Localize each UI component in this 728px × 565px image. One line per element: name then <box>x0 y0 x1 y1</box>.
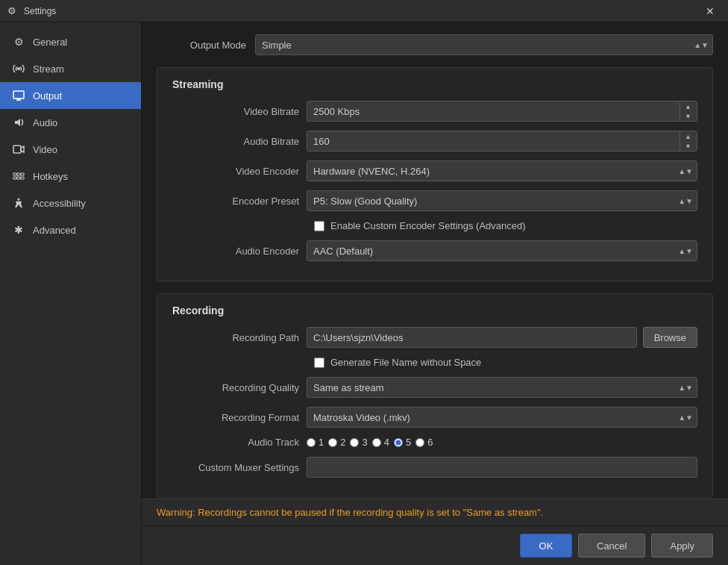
accessibility-icon <box>12 196 25 210</box>
audio-track-5-label: 5 <box>406 437 411 448</box>
audio-track-6-label: 6 <box>427 437 433 448</box>
audio-track-1[interactable]: 1 <box>307 437 324 448</box>
generate-file-label[interactable]: Generate File Name without Space <box>330 357 481 368</box>
audio-icon <box>12 116 25 129</box>
sidebar-item-audio[interactable]: Audio <box>0 109 141 136</box>
custom-muxer-control <box>307 457 697 478</box>
audio-track-6-radio[interactable] <box>415 438 424 447</box>
encoder-preset-select-wrapper: P5: Slow (Good Quality) P1: Fastest P7: … <box>307 190 697 211</box>
audio-track-4-radio[interactable] <box>372 438 381 447</box>
video-bitrate-up[interactable]: ▲ <box>680 102 696 111</box>
warning-text: Warning: Recordings cannot be paused if … <box>157 507 543 518</box>
sidebar-item-video-label: Video <box>33 144 57 155</box>
custom-encoder-label[interactable]: Enable Custom Encoder Settings (Advanced… <box>330 220 526 231</box>
sidebar-item-advanced-label: Advanced <box>33 225 76 236</box>
audio-track-3-label: 3 <box>362 437 367 448</box>
output-mode-select-wrapper: Simple Advanced ▲▼ <box>255 34 713 55</box>
svg-rect-7 <box>17 173 20 175</box>
sidebar-item-audio-label: Audio <box>33 117 57 128</box>
recording-quality-row: Recording Quality Same as stream High Qu… <box>172 377 697 398</box>
recording-path-row: Recording Path Browse <box>172 327 697 348</box>
svg-point-12 <box>18 199 20 201</box>
encoder-preset-select[interactable]: P5: Slow (Good Quality) P1: Fastest P7: … <box>307 190 697 211</box>
audio-track-5-radio[interactable] <box>394 438 403 447</box>
custom-encoder-row: Enable Custom Encoder Settings (Advanced… <box>172 220 697 231</box>
video-bitrate-control: ▲ ▼ <box>307 101 697 122</box>
recording-format-row: Recording Format Matroska Video (.mkv) M… <box>172 407 697 428</box>
generate-file-row: Generate File Name without Space <box>172 357 697 368</box>
content-scroll[interactable]: Output Mode Simple Advanced ▲▼ Streaming… <box>142 22 728 499</box>
video-encoder-row: Video Encoder Hardware (NVENC, H.264) So… <box>172 160 697 181</box>
audio-track-6[interactable]: 6 <box>415 437 433 448</box>
hotkeys-icon <box>12 169 25 183</box>
audio-bitrate-control: ▲ ▼ <box>307 131 697 152</box>
recording-path-input[interactable] <box>307 327 637 348</box>
sidebar-item-video[interactable]: Video <box>0 136 141 163</box>
video-bitrate-down[interactable]: ▼ <box>680 111 696 121</box>
custom-muxer-label: Custom Muxer Settings <box>172 462 299 473</box>
audio-encoder-control: AAC (Default) MP3 ▲▼ <box>307 240 697 261</box>
video-encoder-select-wrapper: Hardware (NVENC, H.264) Software (x264) … <box>307 160 697 181</box>
main-layout: ⚙ General Stream <box>0 22 728 565</box>
custom-muxer-input[interactable] <box>307 457 697 478</box>
video-bitrate-input[interactable] <box>307 101 697 122</box>
audio-bitrate-spin: ▲ ▼ <box>307 131 697 152</box>
audio-track-3[interactable]: 3 <box>350 437 367 448</box>
recording-section: Recording Recording Path Browse Generate… <box>157 293 713 498</box>
sidebar-item-output-label: Output <box>33 90 62 102</box>
audio-bitrate-input[interactable] <box>307 131 697 152</box>
settings-icon: ⚙ <box>7 5 19 17</box>
apply-button[interactable]: Apply <box>651 534 713 558</box>
audio-encoder-select[interactable]: AAC (Default) MP3 <box>307 240 697 261</box>
audio-track-1-radio[interactable] <box>307 438 316 447</box>
cancel-button[interactable]: Cancel <box>578 534 645 558</box>
sidebar-item-advanced[interactable]: ✱ Advanced <box>0 216 141 243</box>
audio-bitrate-up[interactable]: ▲ <box>680 131 696 141</box>
sidebar-item-hotkeys-label: Hotkeys <box>33 171 68 182</box>
audio-track-4[interactable]: 4 <box>372 437 389 448</box>
output-mode-control: Simple Advanced ▲▼ <box>255 34 713 55</box>
encoder-preset-control: P5: Slow (Good Quality) P1: Fastest P7: … <box>307 190 697 211</box>
video-encoder-select[interactable]: Hardware (NVENC, H.264) Software (x264) <box>307 160 697 181</box>
sidebar-item-stream[interactable]: Stream <box>0 55 141 82</box>
svg-rect-4 <box>13 146 21 153</box>
audio-bitrate-down[interactable]: ▼ <box>680 141 696 151</box>
audio-track-3-radio[interactable] <box>350 438 359 447</box>
audio-encoder-label: Audio Encoder <box>172 246 299 257</box>
audio-track-2-radio[interactable] <box>328 438 337 447</box>
output-icon <box>12 89 25 102</box>
encoder-preset-row: Encoder Preset P5: Slow (Good Quality) P… <box>172 190 697 211</box>
recording-format-select[interactable]: Matroska Video (.mkv) MP4 (.mp4) MOV (.m… <box>307 407 697 428</box>
video-encoder-label: Video Encoder <box>172 166 299 177</box>
recording-quality-select[interactable]: Same as stream High Quality, Medium File… <box>307 377 697 398</box>
video-bitrate-spin: ▲ ▼ <box>307 101 697 122</box>
custom-muxer-row: Custom Muxer Settings <box>172 457 697 478</box>
audio-bitrate-label: Audio Bitrate <box>172 136 299 147</box>
sidebar-item-general[interactable]: ⚙ General <box>0 28 141 55</box>
custom-encoder-checkbox[interactable] <box>314 221 324 231</box>
close-button[interactable]: ✕ <box>700 1 721 22</box>
sidebar-item-output[interactable]: Output <box>0 82 141 109</box>
sidebar-item-accessibility-label: Accessibility <box>33 198 86 209</box>
audio-track-2[interactable]: 2 <box>328 437 345 448</box>
recording-quality-select-wrapper: Same as stream High Quality, Medium File… <box>307 377 697 398</box>
sidebar-item-accessibility[interactable]: Accessibility <box>0 190 141 216</box>
video-encoder-control: Hardware (NVENC, H.264) Software (x264) … <box>307 160 697 181</box>
svg-rect-1 <box>13 91 24 99</box>
streaming-title: Streaming <box>172 78 697 90</box>
generate-file-checkbox[interactable] <box>314 358 324 368</box>
audio-track-control: 1 2 3 4 <box>307 437 697 448</box>
audio-track-5[interactable]: 5 <box>394 437 411 448</box>
sidebar-item-hotkeys[interactable]: Hotkeys <box>0 163 141 190</box>
output-mode-label: Output Mode <box>157 40 246 51</box>
recording-path-control: Browse <box>307 327 697 348</box>
video-icon <box>12 143 25 156</box>
audio-tracks: 1 2 3 4 <box>307 437 697 448</box>
video-bitrate-arrows: ▲ ▼ <box>680 102 696 121</box>
output-mode-select[interactable]: Simple Advanced <box>255 34 713 55</box>
ok-button[interactable]: OK <box>520 534 572 558</box>
audio-track-row: Audio Track 1 2 <box>172 437 697 448</box>
content-area: Output Mode Simple Advanced ▲▼ Streaming… <box>142 22 728 565</box>
browse-button[interactable]: Browse <box>643 327 697 348</box>
recording-quality-label: Recording Quality <box>172 382 299 393</box>
